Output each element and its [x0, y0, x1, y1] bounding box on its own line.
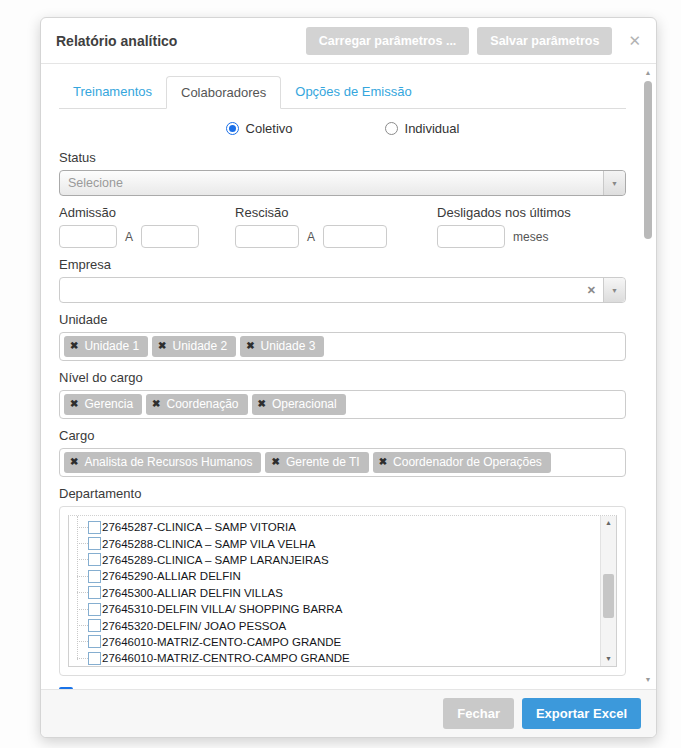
- tree-item-label: 27645288-CLINICA – SAMP VILA VELHA: [102, 538, 315, 550]
- unidade-tag: ✖Unidade 2: [152, 336, 236, 356]
- radio-unselected-icon[interactable]: [385, 122, 398, 135]
- tree-scrollbar[interactable]: ▲ ▼: [600, 516, 616, 666]
- tab-colaboradores[interactable]: Colaboradores: [166, 76, 281, 109]
- nivel-cargo-tag: ✖Operacional: [252, 394, 346, 414]
- tree-item[interactable]: 27645320-DELFIN/ JOAO PESSOA: [77, 617, 616, 633]
- admissao-from-input[interactable]: [59, 225, 117, 248]
- departamento-label: Departamento: [59, 486, 626, 501]
- tree-item[interactable]: 27646010-MATRIZ-CENTRO-CAMPO GRANDE: [77, 650, 616, 666]
- rescisao-group: Rescisão A: [235, 196, 387, 248]
- dialog-body: Treinamentos Colaboradores Opções de Emi…: [41, 64, 656, 689]
- status-selected-value: Selecione: [60, 176, 603, 190]
- radio-selected-icon[interactable]: [226, 122, 239, 135]
- tree-branch-line: [77, 576, 88, 577]
- tree-checkbox[interactable]: [88, 537, 101, 550]
- radio-coletivo-label: Coletivo: [246, 121, 293, 136]
- tree-item[interactable]: 27645300-ALLIAR DELFIN VILLAS: [77, 585, 616, 601]
- radio-coletivo[interactable]: Coletivo: [226, 121, 293, 136]
- admissao-to-input[interactable]: [141, 225, 199, 248]
- nivel-cargo-tagbox[interactable]: ✖Gerencia ✖Coordenação ✖Operacional: [59, 390, 626, 419]
- tree-item-label: 27646010-MATRIZ-CENTO-CAMPO GRANDE: [102, 636, 341, 648]
- tree-branch-line: [77, 559, 88, 560]
- tree-item[interactable]: 27645288-CLINICA – SAMP VILA VELHA: [77, 535, 616, 551]
- tree-item-label: 27646010-MATRIZ-CENTRO-CAMPO GRANDE: [102, 652, 350, 664]
- tag-label: Coordenador de Operações: [393, 455, 542, 469]
- tag-label: Gerencia: [84, 397, 133, 411]
- tree-item-label: 27645320-DELFIN/ JOAO PESSOA: [102, 620, 286, 632]
- cargo-tagbox[interactable]: ✖Analista de Recursos Humanos ✖Gerente d…: [59, 448, 626, 477]
- tree-item[interactable]: 27646010-MATRIZ-CENTO-CAMPO GRANDE: [77, 634, 616, 650]
- tree-checkbox[interactable]: [88, 586, 101, 599]
- remove-tag-icon[interactable]: ✖: [258, 398, 266, 410]
- tab-bar: Treinamentos Colaboradores Opções de Emi…: [59, 76, 626, 109]
- save-params-button[interactable]: Salvar parâmetros: [477, 27, 612, 55]
- remove-tag-icon[interactable]: ✖: [70, 398, 78, 410]
- tree-branch-line: [77, 625, 88, 626]
- remove-tag-icon[interactable]: ✖: [158, 340, 166, 352]
- tree-branch-line: [77, 658, 88, 659]
- fechar-button[interactable]: Fechar: [443, 698, 514, 729]
- clear-icon[interactable]: ✕: [580, 284, 603, 297]
- remove-tag-icon[interactable]: ✖: [246, 340, 254, 352]
- tree-item[interactable]: 27645290-ALLIAR DELFIN: [77, 568, 616, 584]
- nivel-cargo-tag: ✖Gerencia: [64, 394, 142, 414]
- chevron-down-icon[interactable]: ▼: [603, 171, 625, 195]
- remove-tag-icon[interactable]: ✖: [379, 456, 387, 468]
- tree-item-label: 27645287-CLINICA – SAMP VITORIA: [102, 521, 296, 533]
- checked-checkbox-icon[interactable]: ✓: [59, 687, 73, 690]
- empresa-input[interactable]: [60, 279, 580, 301]
- chevron-down-icon[interactable]: ▼: [603, 278, 625, 302]
- unidade-tag: ✖Unidade 3: [240, 336, 324, 356]
- rescisao-to-input[interactable]: [323, 225, 387, 248]
- tree-checkbox[interactable]: [88, 553, 101, 566]
- tag-label: Operacional: [272, 397, 337, 411]
- rescisao-label: Rescisão: [235, 205, 387, 220]
- tree-checkbox[interactable]: [88, 570, 101, 583]
- tab-treinamentos[interactable]: Treinamentos: [59, 76, 166, 109]
- tree-checkbox[interactable]: [88, 521, 101, 534]
- remove-tag-icon[interactable]: ✖: [152, 398, 160, 410]
- dialog-scrollbar[interactable]: ▲ ▼: [643, 68, 653, 685]
- scroll-down-icon[interactable]: ▼: [643, 675, 653, 685]
- tag-label: Coordenação: [166, 397, 238, 411]
- tree-checkbox[interactable]: [88, 652, 101, 665]
- tab-opcoes-de-emissao[interactable]: Opções de Emissão: [281, 76, 425, 109]
- rescisao-from-input[interactable]: [235, 225, 299, 248]
- cargo-label: Cargo: [59, 428, 626, 443]
- tree-item-label: 27645289-CLINICA – SAMP LARANJEIRAS: [102, 554, 329, 566]
- tree-branch-line: [77, 527, 88, 528]
- scroll-up-icon[interactable]: ▲: [643, 68, 653, 78]
- scrollbar-thumb[interactable]: [644, 81, 652, 239]
- close-icon[interactable]: ✕: [628, 33, 641, 48]
- desligados-meses-input[interactable]: [437, 225, 505, 248]
- remove-tag-icon[interactable]: ✖: [70, 340, 78, 352]
- dialog-header: Relatório analítico Carregar parâmetros …: [41, 18, 656, 64]
- mode-radio-group: Coletivo Individual: [59, 121, 626, 136]
- scroll-down-icon[interactable]: ▼: [601, 652, 616, 666]
- radio-individual[interactable]: Individual: [385, 121, 460, 136]
- departamento-tree[interactable]: 27645287-CLINICA – SAMP VITORIA 27645288…: [68, 515, 617, 667]
- admissao-label: Admissão: [59, 205, 199, 220]
- tree-item[interactable]: 27645289-CLINICA – SAMP LARANJEIRAS: [77, 552, 616, 568]
- admissao-separator: A: [125, 230, 133, 244]
- empresa-combobox[interactable]: ✕ ▼: [59, 277, 626, 303]
- empresa-label: Empresa: [59, 257, 626, 272]
- remove-tag-icon[interactable]: ✖: [70, 456, 78, 468]
- exportar-excel-button[interactable]: Exportar Excel: [522, 698, 641, 729]
- unidade-tagbox[interactable]: ✖Unidade 1 ✖Unidade 2 ✖Unidade 3: [59, 332, 626, 361]
- load-params-button[interactable]: Carregar parâmetros ...: [306, 27, 470, 55]
- nivel-cargo-label: Nível do cargo: [59, 370, 626, 385]
- scrollbar-thumb[interactable]: [603, 574, 614, 618]
- scroll-up-icon[interactable]: ▲: [601, 516, 616, 530]
- tree-item[interactable]: 27645287-CLINICA – SAMP VITORIA: [77, 519, 616, 535]
- considerar-checkbox-row[interactable]: ✓ Considerar níveis inferiores: [59, 686, 626, 689]
- tree-item[interactable]: 27645310-DELFIN VILLA/ SHOPPING BARRA: [77, 601, 616, 617]
- tree-checkbox[interactable]: [88, 603, 101, 616]
- tree-checkbox[interactable]: [88, 635, 101, 648]
- tree-checkbox[interactable]: [88, 619, 101, 632]
- dialog-title: Relatório analítico: [56, 33, 298, 49]
- dialog-footer: Fechar Exportar Excel: [41, 689, 656, 737]
- status-select[interactable]: Selecione ▼: [59, 170, 626, 196]
- remove-tag-icon[interactable]: ✖: [271, 456, 279, 468]
- cargo-tag: ✖Coordenador de Operações: [373, 452, 551, 472]
